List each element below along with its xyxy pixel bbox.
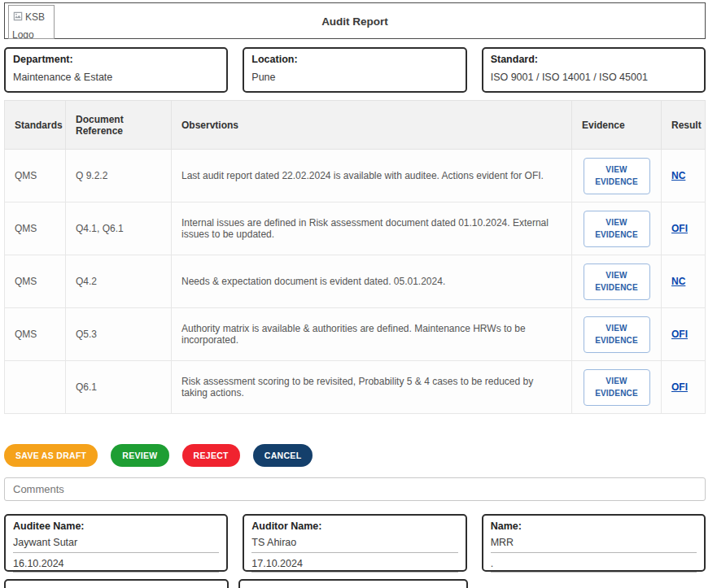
review-button[interactable]: REVIEW: [111, 444, 168, 467]
audit-report-page: KSB Logo Audit Report Department: Mainte…: [0, 0, 717, 588]
name-label: Name:: [491, 520, 697, 533]
standard-cell: QMS: [5, 203, 66, 255]
evidence-cell: VIEW EVIDENCE: [572, 150, 662, 203]
signature-row: Auditee Name: Jaywant Sutar 16.10.2024 A…: [4, 514, 706, 572]
standard-cell: [5, 361, 66, 414]
view-evidence-button[interactable]: VIEW EVIDENCE: [584, 211, 650, 247]
table-header-row: Standards Document Reference Observtions…: [5, 101, 706, 150]
result-cell: NC: [662, 255, 706, 308]
auditor-name-label: Auditor Name:: [251, 520, 457, 533]
cancel-button[interactable]: CANCEL: [253, 444, 313, 467]
view-evidence-button[interactable]: VIEW EVIDENCE: [584, 316, 650, 353]
department-field: Department: Maintenance & Estate: [4, 47, 228, 93]
column-header-document-reference: Document Reference: [66, 101, 172, 150]
standard-cell: QMS: [5, 150, 66, 203]
location-label: Location:: [251, 54, 457, 65]
table-row: QMS Q4.1, Q6.1 Internal issues are defin…: [5, 203, 706, 255]
result-cell: OFI: [662, 361, 706, 414]
auditor-name-input[interactable]: TS Ahirao: [251, 537, 457, 553]
auditor-date-input[interactable]: 17.10.2024: [251, 553, 457, 573]
location-field: Location: Pune: [243, 47, 466, 93]
auditee-name-input[interactable]: Jaywant Sutar: [13, 537, 219, 553]
observation-cell: Last audit report dated 22.02.2024 is av…: [172, 150, 572, 203]
standard-value: ISO 9001 / ISO 14001 / ISO 45001: [491, 72, 697, 83]
auditee-name-label: Auditee Name:: [13, 520, 219, 533]
view-evidence-button[interactable]: VIEW EVIDENCE: [584, 369, 650, 406]
table-row: QMS Q 9.2.2 Last audit report dated 22.0…: [5, 150, 706, 203]
table-row: QMS Q5.3 Authority matrix is available &…: [5, 308, 706, 361]
name-input[interactable]: MRR: [491, 537, 697, 553]
comments-section: [4, 477, 706, 501]
result-link[interactable]: OFI: [671, 381, 688, 393]
result-link[interactable]: NC: [671, 170, 685, 181]
standard-cell: QMS: [5, 255, 66, 308]
evidence-cell: VIEW EVIDENCE: [572, 203, 662, 255]
evidence-cell: VIEW EVIDENCE: [572, 308, 662, 361]
result-link[interactable]: NC: [671, 276, 685, 287]
department-label: Department:: [13, 54, 219, 65]
view-evidence-button[interactable]: VIEW EVIDENCE: [584, 264, 650, 300]
result-link[interactable]: OFI: [671, 223, 688, 234]
reject-button[interactable]: REJECT: [182, 444, 240, 467]
location-value: Pune: [251, 72, 457, 83]
report-header: KSB Logo Audit Report: [4, 2, 706, 39]
column-header-standards: Standards: [5, 101, 66, 150]
reference-cell: Q 9.2.2: [66, 150, 172, 203]
observation-cell: Authority matrix is available & authorit…: [172, 308, 572, 361]
observation-cell: Needs & expectation document is evident …: [172, 255, 572, 308]
reference-cell: Q6.1: [66, 361, 172, 414]
observation-cell: Risk assessment scoring to be revisited,…: [172, 361, 572, 414]
audit-table: Standards Document Reference Observtions…: [4, 100, 706, 414]
column-header-observations: Observtions: [172, 101, 572, 150]
observation-cell: Internal issues are defined in Risk asse…: [172, 203, 572, 255]
partial-signature-box: [4, 579, 229, 588]
partial-signature-box: [238, 579, 468, 588]
standard-label: Standard:: [491, 54, 697, 65]
column-header-result: Result: [662, 101, 706, 150]
table-row: Q6.1 Risk assessment scoring to be revis…: [5, 361, 706, 414]
column-header-evidence: Evidence: [572, 101, 662, 150]
save-as-draft-button[interactable]: SAVE AS DRAFT: [4, 444, 98, 467]
name-date-input[interactable]: .: [491, 553, 697, 573]
partial-row: [4, 579, 706, 588]
evidence-cell: VIEW EVIDENCE: [572, 255, 662, 308]
standard-field: Standard: ISO 9001 / ISO 14001 / ISO 450…: [482, 47, 706, 93]
result-cell: OFI: [662, 203, 706, 255]
actions-row: SAVE AS DRAFT REVIEW REJECT CANCEL: [4, 444, 706, 467]
reference-cell: Q5.3: [66, 308, 172, 361]
auditee-signature-box: Auditee Name: Jaywant Sutar 16.10.2024: [4, 514, 228, 572]
view-evidence-button[interactable]: VIEW EVIDENCE: [584, 158, 650, 194]
reference-cell: Q4.2: [66, 255, 172, 308]
department-value: Maintenance & Estate: [13, 72, 219, 83]
result-link[interactable]: OFI: [671, 329, 688, 340]
evidence-cell: VIEW EVIDENCE: [572, 361, 662, 414]
result-cell: NC: [662, 150, 706, 203]
result-cell: OFI: [662, 308, 706, 361]
comments-input[interactable]: [4, 477, 706, 501]
standard-cell: QMS: [5, 308, 66, 361]
page-title: Audit Report: [5, 15, 705, 27]
reference-cell: Q4.1, Q6.1: [66, 203, 172, 255]
info-row: Department: Maintenance & Estate Locatio…: [4, 47, 706, 93]
name-signature-box: Name: MRR .: [482, 514, 706, 572]
table-row: QMS Q4.2 Needs & expectation document is…: [5, 255, 706, 308]
auditee-date-input[interactable]: 16.10.2024: [13, 553, 219, 573]
auditor-signature-box: Auditor Name: TS Ahirao 17.10.2024: [243, 514, 466, 572]
